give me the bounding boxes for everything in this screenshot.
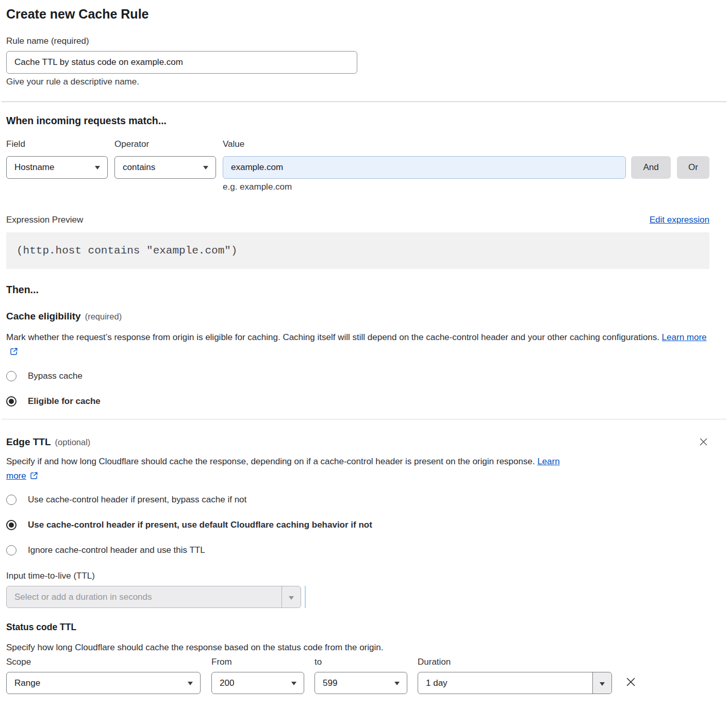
radio-icon <box>6 545 16 555</box>
status-row-delete-button[interactable] <box>624 675 638 689</box>
operator-label: Operator <box>114 139 216 149</box>
edge-ttl-close-button[interactable] <box>698 436 709 448</box>
radio-checked-icon <box>6 396 16 407</box>
duration-select[interactable]: 1 day <box>418 672 612 694</box>
match-condition-row: Field Hostname Operator contains Value e… <box>6 139 709 192</box>
from-select-value: 200 <box>220 678 234 688</box>
operator-select-value: contains <box>123 162 155 173</box>
radio-use-header-bypass-if-not[interactable]: Use cache-control header if present, byp… <box>6 495 709 505</box>
expression-preview-header: Expression Preview Edit expression <box>6 215 709 225</box>
value-label: Value <box>223 139 626 149</box>
chevron-down-icon <box>188 682 193 685</box>
page-title: Create new Cache Rule <box>6 7 709 21</box>
radio-icon <box>6 371 16 381</box>
chevron-down-icon <box>95 166 100 170</box>
scope-select-value: Range <box>14 678 40 688</box>
cache-eligibility-learn-more-link[interactable]: Learn more <box>662 332 707 342</box>
edge-ttl-header: Edge TTL(optional) <box>6 436 709 448</box>
scope-label: Scope <box>6 657 201 667</box>
ttl-duration-select[interactable]: Select or add a duration in seconds <box>6 586 301 608</box>
radio-checked-icon <box>6 520 16 530</box>
status-code-ttl-description: Specify how long Cloudflare should cache… <box>6 642 709 653</box>
text-cursor <box>305 586 306 608</box>
from-label: From <box>211 657 304 667</box>
status-code-ttl-title: Status code TTL <box>6 621 709 633</box>
value-help: e.g. example.com <box>223 182 626 192</box>
and-button[interactable]: And <box>631 156 671 179</box>
field-select[interactable]: Hostname <box>6 156 108 179</box>
ttl-select-wrap: Select or add a duration in seconds <box>6 586 709 608</box>
duration-select-value: 1 day <box>426 678 448 688</box>
section-divider <box>2 419 726 419</box>
chevron-down-icon <box>289 596 294 600</box>
radio-bypass-cache[interactable]: Bypass cache <box>6 371 709 381</box>
edge-ttl-description: Specify if and how long Cloudflare shoul… <box>6 454 578 483</box>
to-select-value: 599 <box>323 678 337 688</box>
from-select[interactable]: 200 <box>211 672 304 694</box>
rule-name-label: Rule name (required) <box>6 36 709 46</box>
cache-eligibility-description: Mark whether the request’s response from… <box>6 330 709 359</box>
field-label: Field <box>6 139 108 149</box>
chevron-down-icon <box>203 166 208 170</box>
radio-eligible-for-cache[interactable]: Eligible for cache <box>6 396 709 407</box>
cache-eligibility-header: Cache eligibility(required) <box>6 310 709 323</box>
field-select-value: Hostname <box>14 162 54 173</box>
status-code-ttl-row: Scope Range From 200 to 599 Duration 1 d… <box>6 657 709 694</box>
radio-icon <box>6 495 16 505</box>
close-icon <box>625 676 637 688</box>
expression-preview-code-block: (http.host contains "example.com") <box>6 232 709 269</box>
section-divider <box>2 102 726 102</box>
cache-eligibility-title: Cache eligibility(required) <box>6 310 122 323</box>
to-select[interactable]: 599 <box>315 672 407 694</box>
or-button[interactable]: Or <box>677 156 709 179</box>
radio-ignore-header-use-ttl[interactable]: Ignore cache-control header and use this… <box>6 545 709 555</box>
rule-name-input[interactable] <box>6 51 357 74</box>
ttl-dropdown-button[interactable] <box>282 586 301 607</box>
ttl-input-label: Input time-to-live (TTL) <box>6 571 709 581</box>
optional-badge: (optional) <box>55 437 91 447</box>
expression-code: (http.host contains "example.com") <box>16 245 237 257</box>
then-heading: Then... <box>6 283 709 296</box>
rule-name-help: Give your rule a descriptive name. <box>6 77 709 87</box>
expression-preview-label: Expression Preview <box>6 215 83 225</box>
radio-use-header-default-if-not[interactable]: Use cache-control header if present, use… <box>6 520 709 530</box>
edit-expression-link[interactable]: Edit expression <box>650 215 709 225</box>
chevron-down-icon <box>394 682 400 685</box>
external-link-icon <box>30 471 38 480</box>
create-cache-rule-page: Create new Cache Rule Rule name (require… <box>0 0 728 709</box>
chevron-down-icon <box>600 682 605 686</box>
required-badge: (required) <box>85 312 122 321</box>
duration-label: Duration <box>418 657 612 667</box>
close-icon <box>699 437 708 447</box>
chevron-down-icon <box>291 682 296 685</box>
duration-dropdown-button[interactable] <box>592 672 611 694</box>
edge-ttl-options: Use cache-control header if present, byp… <box>6 495 709 555</box>
external-link-icon <box>10 347 18 356</box>
to-label: to <box>315 657 407 667</box>
match-heading: When incoming requests match... <box>6 114 709 127</box>
scope-select[interactable]: Range <box>6 672 201 694</box>
edge-ttl-title: Edge TTL(optional) <box>6 436 90 448</box>
ttl-duration-placeholder: Select or add a duration in seconds <box>14 592 152 602</box>
value-input[interactable] <box>223 156 626 179</box>
operator-select[interactable]: contains <box>114 156 216 179</box>
